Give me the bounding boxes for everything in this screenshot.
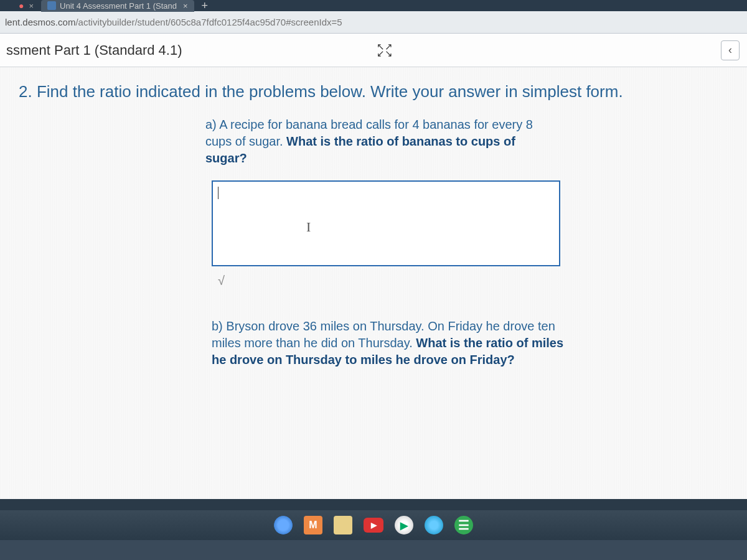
window-gap xyxy=(0,499,747,510)
app-icon[interactable] xyxy=(425,516,443,534)
file-explorer-icon[interactable] xyxy=(334,516,352,534)
play-icon[interactable]: ▶ xyxy=(395,516,413,534)
page-title: ssment Part 1 (Standard 4.1) xyxy=(6,42,182,58)
sqrt-icon: √ xyxy=(218,274,225,287)
video-icon[interactable]: ▶ xyxy=(364,518,383,533)
activity-content: 2. Find the ratio indicated in the probl… xyxy=(0,67,747,540)
mail-icon[interactable]: M xyxy=(304,516,322,534)
fullscreen-icon[interactable]: ↖↗↙↘ xyxy=(377,44,393,57)
tab-close-icon[interactable]: × xyxy=(29,1,34,11)
close-icon[interactable]: ● xyxy=(19,1,24,11)
previous-button[interactable]: ‹ xyxy=(721,40,740,60)
math-keyboard-button[interactable]: √ xyxy=(218,274,225,288)
browser-tab-bar: ● × Unit 4 Assessment Part 1 (Stand × + xyxy=(0,0,747,11)
text-cursor xyxy=(218,187,218,199)
windows-taskbar: M ▶ ▶ ☰ xyxy=(0,510,747,540)
url-path: /activitybuilder/student/605c8a7fdfc0125… xyxy=(75,17,342,27)
favicon-icon xyxy=(47,1,56,10)
tab-close-icon[interactable]: × xyxy=(183,1,188,11)
browser-tab[interactable]: Unit 4 Assessment Part 1 (Stand × xyxy=(41,0,194,12)
url-text: lent.desmos.com/activitybuilder/student/… xyxy=(5,17,342,27)
menu-icon[interactable]: ☰ xyxy=(454,516,473,534)
url-host: lent.desmos.com xyxy=(5,17,75,27)
new-tab-button[interactable]: + xyxy=(202,0,209,12)
chevron-left-icon: ‹ xyxy=(728,44,732,57)
cortana-icon[interactable] xyxy=(274,516,293,534)
activity-header: ssment Part 1 (Standard 4.1) ↖↗↙↘ ‹ xyxy=(0,34,747,67)
answer-input-a[interactable]: I xyxy=(212,180,560,266)
text-caret-icon: I xyxy=(306,219,311,235)
question-part-a: a) A recipe for banana bread calls for 4… xyxy=(205,116,560,167)
address-bar[interactable]: lent.desmos.com/activitybuilder/student/… xyxy=(0,11,747,34)
question-part-b: b) Bryson drove 36 miles on Thursday. On… xyxy=(212,318,566,368)
question-title: 2. Find the ratio indicated in the probl… xyxy=(19,82,728,101)
tab-title: Unit 4 Assessment Part 1 (Stand xyxy=(60,1,177,11)
